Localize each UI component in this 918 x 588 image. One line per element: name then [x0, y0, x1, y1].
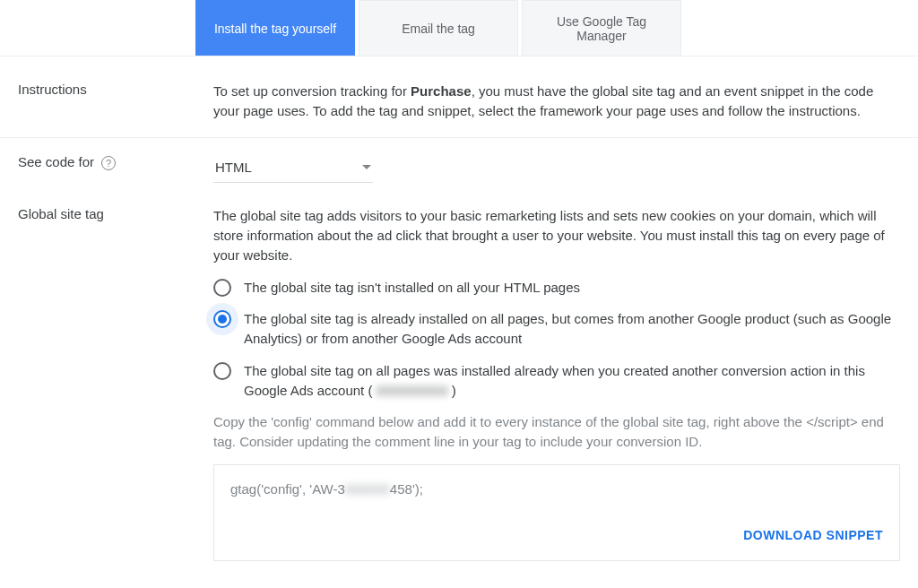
chevron-down-icon	[362, 165, 371, 169]
global-site-tag-label: Global site tag	[18, 206, 213, 561]
masked-code: XXXXX	[345, 481, 390, 497]
instructions-label: Instructions	[18, 82, 213, 121]
radio-group-install-state: The global site tag isn't installed on a…	[213, 278, 900, 401]
masked-account: XXXXXXXX	[377, 383, 448, 398]
framework-dropdown-value: HTML	[215, 158, 252, 177]
global-site-tag-description: The global site tag adds visitors to you…	[213, 206, 900, 264]
tab-bar: Install the tag yourself Email the tag U…	[0, 0, 918, 56]
tab-install-yourself[interactable]: Install the tag yourself	[195, 0, 355, 56]
radio-option-another-conversion[interactable]: The global site tag on all pages was ins…	[213, 361, 900, 401]
instructions-prefix: To set up conversion tracking for	[213, 83, 411, 99]
code-snippet-text: gtag('config', 'AW-3XXXXX458');	[214, 465, 899, 514]
framework-dropdown[interactable]: HTML	[213, 154, 373, 184]
radio-icon	[213, 362, 231, 380]
radio-label-from-other-product: The global site tag is already installed…	[244, 309, 900, 349]
radio-label-not-installed: The global site tag isn't installed on a…	[244, 278, 900, 298]
section-global-site-tag: Global site tag The global site tag adds…	[0, 199, 918, 577]
section-instructions: Instructions To set up conversion tracki…	[0, 56, 918, 138]
section-see-code: See code for ? HTML	[0, 138, 918, 200]
radio-icon	[213, 310, 231, 328]
radio-icon	[213, 279, 231, 297]
tab-use-gtm[interactable]: Use Google Tag Manager	[522, 0, 681, 56]
instructions-text: To set up conversion tracking for Purcha…	[213, 82, 918, 121]
instructions-bold: Purchase	[411, 83, 472, 99]
code-snippet-box: gtag('config', 'AW-3XXXXX458'); DOWNLOAD…	[213, 464, 900, 561]
config-hint-text: Copy the 'config' command below and add …	[213, 412, 900, 452]
download-snippet-button[interactable]: DOWNLOAD SNIPPET	[743, 526, 883, 544]
tab-email-tag[interactable]: Email the tag	[359, 0, 518, 56]
radio-label-another-conversion: The global site tag on all pages was ins…	[244, 361, 900, 401]
see-code-label: See code for	[18, 154, 94, 169]
radio-option-not-installed[interactable]: The global site tag isn't installed on a…	[213, 278, 900, 298]
radio-option-from-other-product[interactable]: The global site tag is already installed…	[213, 309, 900, 349]
help-icon[interactable]: ?	[101, 156, 116, 170]
